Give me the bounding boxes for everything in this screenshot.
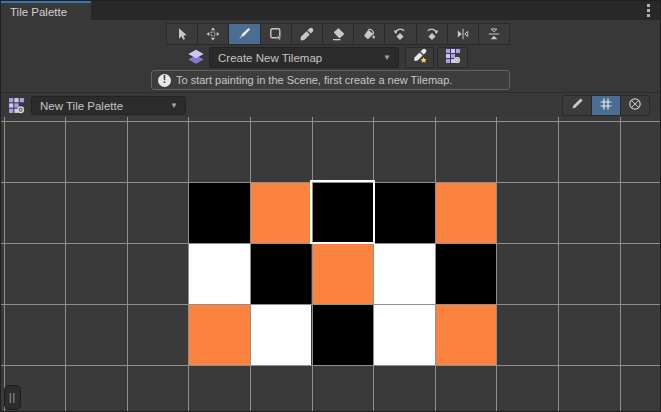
active-tilemap-dropdown[interactable]: Create New Tilemap ▼: [209, 47, 399, 68]
palette-toggle-group: [562, 95, 650, 116]
active-tilemap-value: Create New Tilemap: [210, 52, 383, 64]
grid-line-vertical: [127, 117, 128, 412]
gizmo-sphere-icon: [628, 97, 642, 115]
cursor-icon: [175, 27, 189, 41]
palette-tile-black[interactable]: [188, 182, 250, 243]
grid-line-vertical: [435, 117, 436, 412]
grid-line-vertical: [4, 117, 5, 412]
palette-tile-black[interactable]: [312, 304, 374, 365]
grid-line-vertical: [65, 117, 66, 412]
tile-palette-icon: [8, 97, 25, 114]
palette-tile-white[interactable]: [373, 304, 435, 365]
chevron-down-icon: ▼: [383, 53, 398, 62]
grid-line-horizontal: [1, 304, 661, 305]
paint-bucket-icon: [362, 27, 376, 41]
tool-row: [166, 23, 510, 45]
tab-tile-palette[interactable]: Tile Palette: [1, 1, 91, 20]
palette-tile-black[interactable]: [435, 243, 497, 304]
rotate-cw-tool-button[interactable]: [417, 24, 447, 44]
eyedropper-star-icon: [412, 48, 428, 68]
palette-tile-orange[interactable]: [435, 182, 497, 243]
palette-dropdown-value: New Tile Palette: [32, 100, 170, 112]
grid-line-horizontal: [1, 182, 661, 183]
rotate-ccw-tool-button[interactable]: [385, 24, 415, 44]
tab-title: Tile Palette: [10, 6, 67, 18]
info-icon: !: [158, 74, 171, 87]
grid-line-horizontal: [1, 121, 661, 122]
grid-line-vertical: [558, 117, 559, 412]
palette-tile-orange[interactable]: [312, 243, 374, 304]
flip-x-tool-button[interactable]: [448, 24, 478, 44]
tilemap-gear-icon: [445, 48, 461, 68]
palette-tile-white[interactable]: [373, 243, 435, 304]
picker-tool-button[interactable]: [292, 24, 322, 44]
brush-icon: [237, 27, 251, 41]
palette-tile-orange[interactable]: [435, 304, 497, 365]
rotate-ccw-icon: [393, 27, 407, 41]
grid-line-vertical: [620, 117, 621, 412]
grid-line-vertical: [250, 117, 251, 412]
eraser-icon: [331, 27, 345, 41]
window-menu-icon[interactable]: [644, 4, 652, 17]
help-message: To start painting in the Scene, first cr…: [176, 74, 452, 86]
flip-horizontal-icon: [456, 27, 470, 41]
gizmos-toggle[interactable]: [621, 96, 649, 115]
palette-tile-white[interactable]: [188, 243, 250, 304]
grid-icon: [599, 97, 613, 115]
palette-tile-black[interactable]: [250, 243, 312, 304]
fill-tool-button[interactable]: [354, 24, 384, 44]
chevron-down-icon: ▼: [170, 101, 185, 110]
grid-line-horizontal: [1, 243, 661, 244]
pick-new-tiles-button[interactable]: [405, 47, 434, 68]
palette-grid-canvas[interactable]: ||: [1, 117, 661, 412]
tab-bar: Tile Palette: [1, 1, 660, 20]
brush-tool-button[interactable]: [229, 24, 259, 44]
tile-palette-window: Tile Palette: [0, 0, 661, 412]
flip-vertical-icon: [487, 27, 501, 41]
palette-dropdown[interactable]: New Tile Palette ▼: [31, 96, 186, 115]
eyedropper-icon: [300, 27, 314, 41]
grid-line-vertical: [373, 117, 374, 412]
grid-line-vertical: [188, 117, 189, 412]
move-tool-button[interactable]: [198, 24, 228, 44]
scrollbar-thumb[interactable]: ||: [4, 385, 21, 410]
layers-icon: [187, 48, 205, 66]
flip-y-tool-button[interactable]: [479, 24, 509, 44]
palette-tile-orange[interactable]: [188, 304, 250, 365]
help-box: ! To start painting in the Scene, first …: [151, 70, 510, 90]
box-fill-tool-button[interactable]: [261, 24, 291, 44]
grid-line-horizontal: [1, 365, 661, 366]
palette-tile-black[interactable]: [312, 182, 374, 243]
pencil-icon: [570, 97, 584, 115]
palette-bar: New Tile Palette ▼: [1, 92, 660, 117]
palette-tile-orange[interactable]: [250, 182, 312, 243]
palette-tile-black[interactable]: [373, 182, 435, 243]
palette-tile-white[interactable]: [250, 304, 312, 365]
move-icon: [206, 27, 220, 41]
eraser-tool-button[interactable]: [323, 24, 353, 44]
edit-palette-toggle[interactable]: [563, 96, 591, 115]
grid-toggle[interactable]: [592, 96, 620, 115]
box-select-icon: [269, 27, 283, 41]
grid-line-vertical: [496, 117, 497, 412]
select-tool-button[interactable]: [167, 24, 197, 44]
rotate-cw-icon: [425, 27, 439, 41]
tilemap-settings-button[interactable]: [437, 47, 468, 68]
grid-line-vertical: [312, 117, 313, 412]
